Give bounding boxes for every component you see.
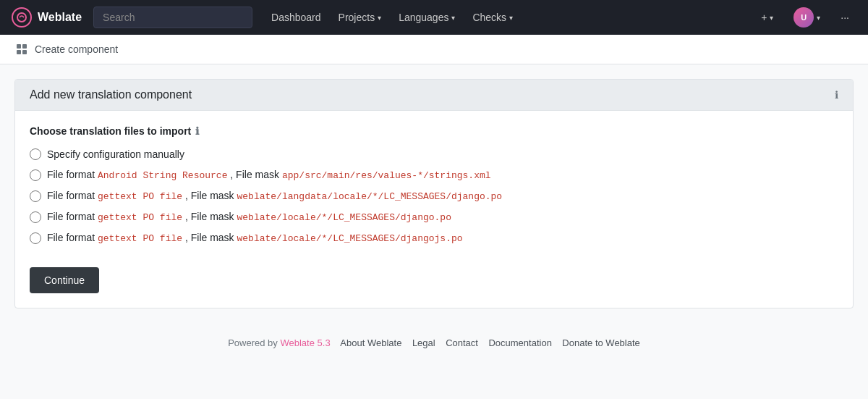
checks-chevron-icon: ▾ (509, 14, 513, 22)
card-title: Add new translation component (30, 88, 192, 101)
radio-gettext-djangojs[interactable] (30, 232, 41, 244)
main-content: Add new translation component ℹ Choose t… (0, 64, 868, 323)
card-info-icon[interactable]: ℹ (835, 89, 838, 101)
nav-right: + ▾ U ▾ ··· (754, 3, 856, 32)
radio-gettext-langdata[interactable] (30, 190, 41, 202)
avatar: U (793, 7, 814, 28)
component-icon (14, 42, 29, 56)
label-gettext-djangojs[interactable]: File format gettext PO file , File mask … (47, 232, 463, 244)
svg-rect-3 (17, 50, 21, 54)
footer: Powered by Weblate 5.3 About Weblate Leg… (0, 323, 868, 363)
add-button[interactable]: + ▾ (754, 7, 780, 28)
languages-chevron-icon: ▾ (451, 14, 455, 22)
label-gettext-langdata[interactable]: File format gettext PO file , File mask … (47, 190, 502, 202)
svg-rect-4 (22, 50, 27, 54)
option-gettext-locale: File format gettext PO file , File mask … (30, 211, 838, 223)
nav-dashboard[interactable]: Dashboard (264, 7, 328, 28)
footer-legal-link[interactable]: Legal (412, 337, 438, 348)
more-button[interactable]: ··· (833, 7, 856, 28)
card-header: Add new translation component ℹ (15, 80, 853, 111)
option-manual: Specify configuration manually (30, 148, 838, 160)
label-manual[interactable]: Specify configuration manually (47, 148, 184, 160)
label-gettext-locale[interactable]: File format gettext PO file , File mask … (47, 211, 451, 223)
footer-brand: Weblate 5.3 (280, 337, 330, 348)
footer-documentation-link[interactable]: Documentation (488, 337, 554, 348)
nav-languages[interactable]: Languages ▾ (391, 7, 462, 28)
svg-rect-2 (22, 44, 27, 49)
user-menu-button[interactable]: U ▾ (786, 3, 827, 32)
nav-projects[interactable]: Projects ▾ (331, 7, 389, 28)
continue-button[interactable]: Continue (30, 267, 99, 293)
option-android: File format Android String Resource , Fi… (30, 169, 838, 181)
option-gettext-djangojs: File format gettext PO file , File mask … (30, 232, 838, 244)
footer-donate-link[interactable]: Donate to Weblate (562, 337, 639, 348)
footer-about-link[interactable]: About Weblate (340, 337, 404, 348)
projects-chevron-icon: ▾ (378, 14, 381, 22)
nav-checks[interactable]: Checks ▾ (465, 7, 520, 28)
footer-brand-link[interactable]: Weblate 5.3 (280, 337, 333, 348)
nav-links: Dashboard Projects ▾ Languages ▾ Checks … (264, 7, 742, 28)
add-component-card: Add new translation component ℹ Choose t… (14, 79, 854, 308)
footer-contact-link[interactable]: Contact (446, 337, 480, 348)
card-body: Choose translation files to import ℹ Spe… (15, 111, 853, 308)
powered-by-text: Powered by (228, 337, 278, 348)
brand-name: Weblate (38, 11, 82, 24)
user-chevron-icon: ▾ (817, 14, 820, 22)
radio-android[interactable] (30, 169, 41, 181)
svg-point-0 (17, 13, 26, 22)
label-android[interactable]: File format Android String Resource , Fi… (47, 169, 491, 181)
brand-logo[interactable]: Weblate (12, 7, 82, 28)
radio-manual[interactable] (30, 148, 41, 160)
radio-gettext-locale[interactable] (30, 211, 41, 223)
search-input[interactable] (93, 7, 252, 28)
navbar: Weblate Dashboard Projects ▾ Languages ▾… (0, 0, 868, 35)
section-info-icon[interactable]: ℹ (195, 125, 199, 137)
breadcrumb-text: Create component (35, 43, 118, 55)
svg-rect-1 (17, 44, 21, 49)
add-chevron-icon: ▾ (770, 14, 773, 22)
option-gettext-langdata: File format gettext PO file , File mask … (30, 190, 838, 202)
section-label: Choose translation files to import ℹ (30, 125, 838, 137)
brand-icon (12, 7, 32, 28)
breadcrumb-bar: Create component (0, 35, 868, 64)
